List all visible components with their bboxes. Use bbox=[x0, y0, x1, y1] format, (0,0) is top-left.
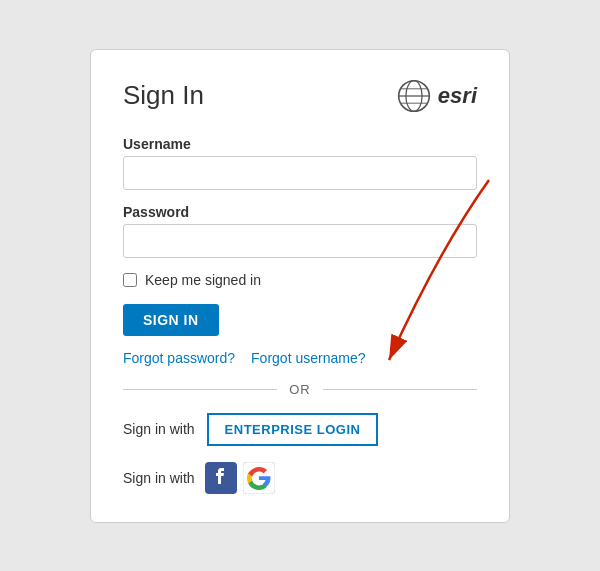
forgot-links-row: Forgot password? Forgot username? bbox=[123, 350, 477, 366]
social-row: Sign in with bbox=[123, 462, 477, 494]
header: Sign In esri bbox=[123, 78, 477, 114]
keep-signed-row: Keep me signed in bbox=[123, 272, 477, 288]
keep-signed-checkbox[interactable] bbox=[123, 273, 137, 287]
esri-logo: esri bbox=[396, 78, 477, 114]
or-divider: OR bbox=[123, 382, 477, 397]
divider-line-left bbox=[123, 389, 277, 390]
sign-in-button[interactable]: SIGN IN bbox=[123, 304, 219, 336]
social-label: Sign in with bbox=[123, 470, 195, 486]
divider-line-right bbox=[323, 389, 477, 390]
esri-text: esri bbox=[438, 83, 477, 109]
username-input[interactable] bbox=[123, 156, 477, 190]
forgot-password-link[interactable]: Forgot password? bbox=[123, 350, 235, 366]
enterprise-login-button[interactable]: ENTERPRISE LOGIN bbox=[207, 413, 379, 446]
page-title: Sign In bbox=[123, 80, 204, 111]
google-icon[interactable] bbox=[243, 462, 275, 494]
forgot-username-link[interactable]: Forgot username? bbox=[251, 350, 365, 366]
password-label: Password bbox=[123, 204, 477, 220]
facebook-icon[interactable] bbox=[205, 462, 237, 494]
social-icons bbox=[205, 462, 275, 494]
keep-signed-label: Keep me signed in bbox=[145, 272, 261, 288]
username-group: Username bbox=[123, 136, 477, 190]
login-card: Sign In esri Username Password Keep me s… bbox=[90, 49, 510, 523]
username-label: Username bbox=[123, 136, 477, 152]
password-group: Password bbox=[123, 204, 477, 258]
globe-icon bbox=[396, 78, 432, 114]
enterprise-row: Sign in with ENTERPRISE LOGIN bbox=[123, 413, 477, 446]
enterprise-label: Sign in with bbox=[123, 421, 195, 437]
or-text: OR bbox=[289, 382, 311, 397]
password-input[interactable] bbox=[123, 224, 477, 258]
